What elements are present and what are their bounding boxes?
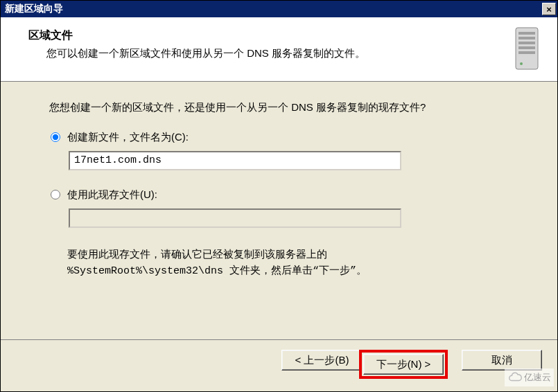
cancel-button[interactable]: 取消 xyxy=(462,350,542,371)
next-button-highlight: 下一步(N) > xyxy=(359,350,448,379)
wizard-footer: < 上一步(B) 下一步(N) > 取消 xyxy=(1,339,557,391)
radio-group: 创建新文件，文件名为(C): 使用此现存文件(U): 要使用此现存文件，请确认它… xyxy=(51,131,509,280)
question-text: 您想创建一个新的区域文件，还是使用一个从另一个 DNS 服务器复制的现存文件? xyxy=(49,100,509,116)
close-button[interactable]: × xyxy=(542,3,556,15)
radio-create-label[interactable]: 创建新文件，文件名为(C): xyxy=(67,131,189,144)
header-title: 区域文件 xyxy=(28,28,499,43)
server-icon xyxy=(506,24,548,74)
wizard-header: 区域文件 您可以创建一个新区域文件和使用从另一个 DNS 服务器复制的文件。 xyxy=(1,17,557,82)
note-line1: 要使用此现存文件，请确认它已经被复制到该服务器上的 xyxy=(67,248,327,260)
create-filename-input[interactable] xyxy=(69,151,401,170)
watermark: 亿速云 xyxy=(505,368,554,386)
radio-existing[interactable] xyxy=(51,190,60,199)
radio-existing-label[interactable]: 使用此现存文件(U): xyxy=(67,188,157,202)
svg-rect-1 xyxy=(518,32,535,35)
next-button[interactable]: 下一步(N) > xyxy=(363,354,444,375)
svg-rect-4 xyxy=(518,46,535,49)
titlebar-title: 新建区域向导 xyxy=(5,3,63,15)
watermark-text: 亿速云 xyxy=(524,371,551,384)
svg-rect-5 xyxy=(518,51,535,54)
svg-point-6 xyxy=(520,62,523,65)
note-text: 要使用此现存文件，请确认它已经被复制到该服务器上的 %SystemRoot%\s… xyxy=(67,246,509,280)
radio-create-row: 创建新文件，文件名为(C): xyxy=(51,131,509,144)
radio-create[interactable] xyxy=(51,132,60,142)
svg-rect-3 xyxy=(518,42,535,44)
header-description: 您可以创建一个新区域文件和使用从另一个 DNS 服务器复制的文件。 xyxy=(28,47,499,60)
close-icon: × xyxy=(546,5,552,14)
wizard-content: 您想创建一个新的区域文件，还是使用一个从另一个 DNS 服务器复制的现存文件? … xyxy=(1,82,557,339)
note-line2: %SystemRoot%\system32\dns 文件夹，然后单击“下一步”。 xyxy=(67,265,367,277)
cloud-icon xyxy=(507,370,523,385)
back-button[interactable]: < 上一步(B) xyxy=(281,350,362,371)
titlebar: 新建区域向导 × xyxy=(1,1,557,17)
radio-existing-row: 使用此现存文件(U): xyxy=(51,188,509,202)
existing-filename-input xyxy=(69,208,401,228)
svg-rect-2 xyxy=(518,37,535,39)
wizard-dialog: 新建区域向导 × 区域文件 您可以创建一个新区域文件和使用从另一个 DNS 服务… xyxy=(0,0,558,392)
